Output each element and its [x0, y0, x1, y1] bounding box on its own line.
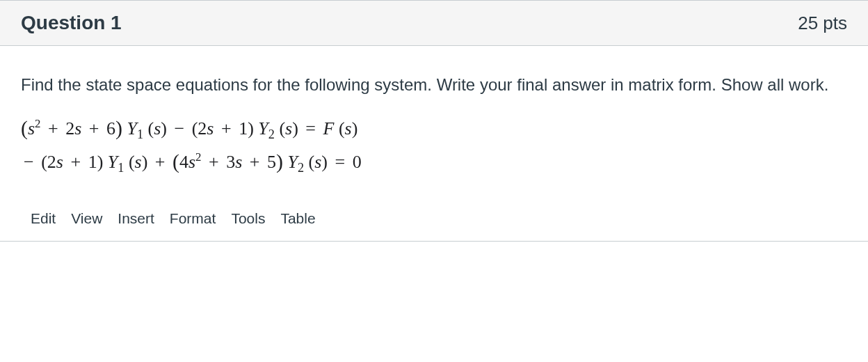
menu-edit[interactable]: Edit — [31, 210, 56, 227]
equation-1: (s2 + 2s + 6) Y1 (s) − (2s + 1) Y2 (s) =… — [21, 116, 847, 139]
menu-insert[interactable]: Insert — [118, 210, 154, 227]
question-card: Question 1 25 pts Find the state space e… — [0, 0, 868, 242]
menu-view[interactable]: View — [71, 210, 102, 227]
menu-format[interactable]: Format — [170, 210, 216, 227]
equation-2: − (2s + 1) Y1 (s) + (4s2 + 3s + 5) Y2 (s… — [21, 149, 847, 173]
question-header: Question 1 25 pts — [0, 1, 868, 46]
question-body: Find the state space equations for the f… — [0, 46, 868, 241]
menu-table[interactable]: Table — [280, 210, 315, 227]
menu-tools[interactable]: Tools — [231, 210, 265, 227]
question-prompt: Find the state space equations for the f… — [21, 72, 847, 97]
editor-toolbar: Edit View Insert Format Tools Table — [21, 182, 847, 241]
question-title: Question 1 — [21, 12, 122, 34]
question-points: 25 pts — [798, 13, 847, 34]
